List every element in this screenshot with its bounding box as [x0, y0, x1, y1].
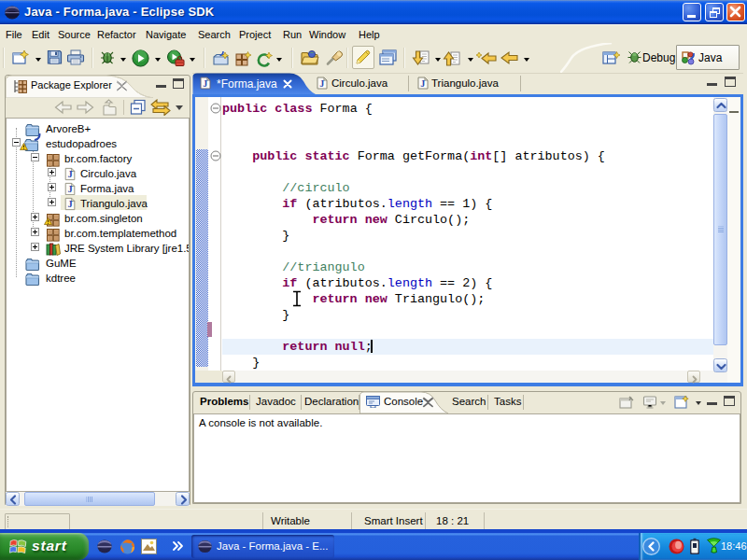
svg-text:J: J	[420, 78, 425, 89]
svg-text:J: J	[319, 78, 324, 89]
svg-text:J: J	[203, 78, 207, 89]
